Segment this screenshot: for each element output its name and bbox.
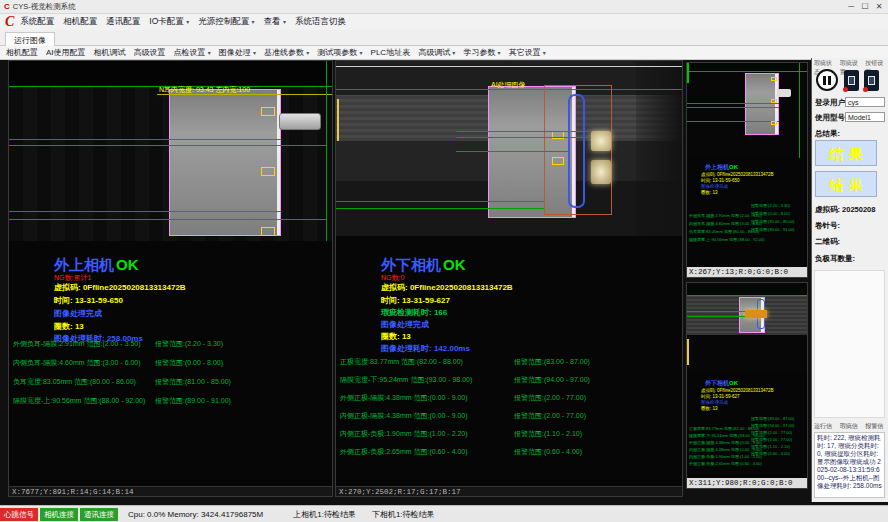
menu-language-switch[interactable]: 系统语言切换 [295,16,346,28]
close-icon[interactable]: ✕ [872,0,886,13]
upper-preview-pane[interactable]: 外上相机OK 虚拟码: 0Ffline2025020813313472B 时间:… [686,62,808,278]
tool-advanced-debug[interactable]: 高级调试 ▾ [418,47,455,58]
menu-comm-config[interactable]: 通讯配置 [106,16,140,28]
measurement-alarm: 报警范围:(0.60 - 4.00) [514,447,582,457]
measurement-row: 正极宽度:83.77mm 范围:(82.00 - 88.00) 报警范围:(83… [336,357,682,367]
left-time: 时间: 13-31-59-650 [54,295,123,306]
measurement-alarm: 报警范围:(0.00 - 8.00) [155,358,223,368]
preview1-time: 时间: 13-31-59-650 [701,178,740,183]
measurement-row: 外侧正极-隔膜:4.38mm 范围:(0.00 - 9.00) 报警范围:(2.… [336,393,682,403]
left-marker-3 [261,227,275,236]
maximize-icon[interactable]: ☐ [858,0,872,13]
tool-ai-config[interactable]: AI使用配置 [46,47,86,58]
right-annotation: AI处理图像 [491,80,526,90]
left-camera-view[interactable]: N耳内宽度: 93.43 左内宽:100 外上相机OK NG数:累计1 虚拟码:… [8,60,333,497]
comm-link-indicator: 通讯连接 [80,508,118,521]
tool-other-settings[interactable]: 其它设置 ▾ [509,47,546,58]
preview1-title: 外上相机OK [705,163,738,172]
alert-dot-icon [843,87,848,92]
cpu-memory-status: Cpu: 0.0% Memory: 3424.41796875M [128,510,263,519]
measurement-value: 外侧正极-隔膜:4.38mm 范围:(0.00 - 9.00) [340,393,468,403]
left-pixel-coords: X:7677;Y:891;R:14;G:14;B:14 [9,486,332,496]
upper-camera-status: 上相机1:待检结果 [293,509,356,520]
measurement-value: 内侧正极-隔膜:4.38mm 范围:(0.00 - 9.00) [340,411,468,421]
device-icon [868,76,875,85]
tool-plc-address[interactable]: PLC地址表 [371,47,411,58]
preview2-time: 时间: 13-31-59-627 [701,394,740,399]
minimize-icon[interactable]: ─ [844,0,858,13]
left-marker-2 [261,167,275,176]
preview1-cell [745,73,779,135]
measurement-value: 隔膜宽度-上:90.56mm 范围:(88.00 - 92.00) [13,396,145,406]
model-value: Model1 [845,112,885,122]
pause-icon [823,76,826,85]
preview2-title: 外下相机OK [705,379,738,388]
menu-camera-config[interactable]: 相机配置 [63,16,97,28]
menu-view[interactable]: 查看 ▾ [264,16,286,28]
right-metal-tab-1 [591,131,611,151]
tool-test-params[interactable]: 测试项参数 ▾ [317,47,362,58]
menu-io-config[interactable]: IO卡配置 ▾ [149,16,189,28]
right-status: 图像处理完成 [381,319,429,330]
menu-bar: C 系统配置 相机配置 通讯配置 IO卡配置 ▾ 光源控制配置 ▾ 查看 ▾ 系… [0,14,888,30]
right-pixel-coords: X:270;Y:2502;R:17;G:17;B:17 [336,486,682,496]
tab-strip: 运行图像 [0,30,888,46]
right-turns: 圈数: 13 [381,331,411,342]
measurement-row: 内侧负耳-隔膜:4.60mm 范围:(3.00 - 6.00) 报警范围:(0.… [9,358,332,368]
camera-status-tile-2[interactable] [864,70,879,91]
measurement-alarm: 报警范围:(1.10 - 2.10) [514,429,582,439]
log-output[interactable]: 耗时: 222, 瑕疵检测耗时: 17, 瑕疵分类耗时: 0, 瑕疵提取分区耗时… [814,432,885,498]
camera-status-tile-1[interactable] [844,70,859,91]
left-camera-image: N耳内宽度: 93.43 左内宽:100 [9,61,332,241]
lower-preview-pane[interactable]: 外下相机OK 虚拟码: 0Ffline2025020813313472B 时间:… [686,282,808,489]
right-barcode: 虚拟码: 0Ffline2025020813313472B [381,282,513,293]
right-defect-time: 瑕疵检测耗时: 166 [381,307,447,318]
tool-spot-check[interactable]: 点检设置 ▾ [174,47,211,58]
app-icon: C [4,2,10,11]
tool-image-processing[interactable]: 图像处理 ▾ [219,47,256,58]
left-annotation: N耳内宽度: 93.43 左内宽:100 [159,85,250,95]
preview1-barcode: 虚拟码: 0Ffline2025020813313472B [701,172,774,177]
measurement-alarm: 报警范围:(2.20 - 3.30) [155,339,223,349]
notes-panel [814,270,885,418]
measurement-alarm: 报警范围:(83.00 - 87.00) [514,357,590,367]
preview2-status: 图像处理完成 [701,400,728,405]
title-bar: C CYS-视觉检测系统 ─ ☐ ✕ [0,0,888,14]
measurement-row: 内侧正极-负极:1.90mm 范围:(1.00 - 2.20) 报警范围:(1.… [336,429,682,439]
left-status: 图像处理完成 [54,308,102,319]
tool-camera-debug[interactable]: 相机调试 [94,47,126,58]
preview1-pixel-coords: X:267;Y:13;R:0;G:0;B:0 [687,267,807,277]
measurement-row: 负耳宽度:83.05mm 范围:(80.00 - 86.00) 报警范围:(81… [9,377,332,387]
measurement-value: 外侧负耳-隔膜:2.91mm 范围:(2.00 - 3.50) [13,339,141,349]
pause-button[interactable] [816,69,838,91]
alert-dot-icon [863,87,868,92]
measurement-row: 隔膜宽度-上:90.56mm 范围:(88.00 - 92.00) 报警范围:(… [9,396,332,406]
preview1-turns: 圈数: 13 [701,190,718,195]
right-marker-2 [552,157,564,165]
tool-advanced-settings[interactable]: 高级设置 [134,47,166,58]
model-label: 使用型号: [815,113,848,123]
result-box-upper: 结果 [815,140,877,166]
measurement-alarm: 报警范围:(2.00 - 77.00) [514,411,586,421]
right-time: 时间: 13-31-59-627 [381,295,450,306]
menu-system-config[interactable]: 系统配置 [20,16,54,28]
right-sidebar: 瑕疵状态 瑕疵设置 按钮设置 登录用户: cys 使用型号: Model1 总结… [811,58,888,502]
brand-logo-icon: C [5,14,14,30]
window-controls: ─ ☐ ✕ [844,0,886,13]
lower-camera-status: 下相机1:待检结果 [372,509,435,520]
heartbeat-indicator: 心跳信号 [0,508,38,521]
tool-learning-params[interactable]: 学习参数 ▾ [463,47,500,58]
qr-code-label: 二维码: [815,237,840,247]
measurement-alarm: 报警范围:(2.00 - 77.00) [514,393,586,403]
preview2-turns: 圈数: 13 [701,406,718,411]
tool-camera-config[interactable]: 相机配置 [6,47,38,58]
menu-light-config[interactable]: 光源控制配置 ▾ [198,16,254,28]
measurement-row: 隔膜宽度-下:95.24mm 范围:(93.00 - 98.00) 报警范围:(… [336,375,682,385]
tab-run-image[interactable]: 运行图像 [5,32,55,46]
tool-baseline-params[interactable]: 基准线参数 ▾ [264,47,309,58]
application-window: C CYS-视觉检测系统 ─ ☐ ✕ C 系统配置 相机配置 通讯配置 IO卡配… [0,0,888,522]
right-camera-view[interactable]: AI处理图像 外下相机OK NG数:0 虚拟码: 0Ffline20250208… [335,60,683,497]
measurement-alarm: 报警范围:(94.00 - 97.00) [514,375,590,385]
left-turns: 圈数: 13 [54,321,84,332]
right-camera-image: AI处理图像 [336,61,682,236]
